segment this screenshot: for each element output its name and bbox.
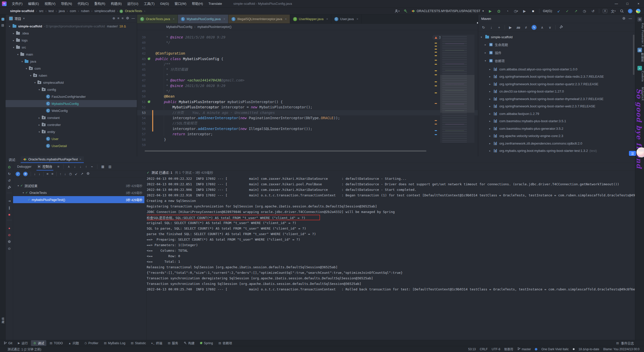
error-stripe[interactable] xyxy=(434,41,438,151)
status-item[interactable]: master xyxy=(517,347,531,351)
import-results-icon[interactable]: ↙ xyxy=(75,172,78,176)
code-editor[interactable]: 39 * @since 2021/5/20 0020 9:2940 */4142… xyxy=(137,30,478,156)
close-icon[interactable]: × xyxy=(79,158,81,161)
git-rollback-icon[interactable]: ↺ xyxy=(590,9,595,14)
rerun-icon[interactable]: ↻ xyxy=(6,171,13,177)
console-line[interactable]: 2022-04-13 00:09:22.322 INFO 17692 --- [… xyxy=(147,176,635,182)
toolwindow-button-调试[interactable]: 调试 xyxy=(31,340,46,346)
maven-skip-tests-icon[interactable]: ≠ xyxy=(524,25,528,29)
code-line[interactable]: 57 return interceptor; xyxy=(137,131,478,137)
console-line[interactable]: <== Columns: TOTAL xyxy=(147,248,635,253)
toolwindow-button-git[interactable]: Git xyxy=(2,341,15,345)
breadcrumb-class[interactable]: MybatisPlusConfig xyxy=(166,25,192,29)
menu-item[interactable]: Translate xyxy=(206,0,225,8)
minimize-button[interactable]: — xyxy=(611,0,622,8)
code-line[interactable]: 42@Configuration xyxy=(137,51,478,56)
show-passed-icon[interactable]: ✓ xyxy=(16,172,20,176)
sort-by-duration-icon[interactable]: ↓ xyxy=(39,172,41,176)
mute-breakpoints-icon[interactable]: ● xyxy=(6,225,13,231)
collapse-all-icon[interactable]: ≡ xyxy=(52,172,54,176)
editor-tab[interactable]: COracleTests.java× xyxy=(137,15,178,23)
tree-arrow-icon[interactable]: ▸ xyxy=(489,68,491,71)
stripe-label-key-promoter[interactable]: Key Promoter X xyxy=(635,23,644,47)
breadcrumb-item[interactable]: java xyxy=(58,9,65,13)
console-line[interactable]: Creating a new SqlSession xyxy=(147,198,635,204)
tree-row[interactable]: CUserDetail xyxy=(6,142,137,149)
scroll-down-icon[interactable]: ↓ xyxy=(74,165,76,168)
menu-item[interactable]: 窗口(W) xyxy=(172,0,189,8)
toolwindow-button-终端[interactable]: ▸_终端 xyxy=(149,340,165,346)
expand-all-icon[interactable]: ≡ xyxy=(117,16,119,21)
stop-button[interactable]: ■ xyxy=(531,9,536,14)
status-item[interactable]: CRLF xyxy=(480,347,488,351)
tree-arrow-icon[interactable]: ▸ xyxy=(485,51,486,54)
tree-arrow-icon[interactable]: ▸ xyxy=(489,142,491,145)
error-stripe-mark[interactable] xyxy=(435,93,437,93)
tree-row[interactable]: ▾ruben xyxy=(6,72,137,79)
layout-menu-icon[interactable]: ≡ xyxy=(57,165,59,168)
error-stripe-mark[interactable] xyxy=(435,81,437,82)
error-stripe-mark[interactable] xyxy=(435,85,437,86)
tree-arrow-icon[interactable]: ▸ xyxy=(485,43,486,46)
code-line[interactable]: 53 //分页 You, A minute ago · Uncommitted … xyxy=(137,110,478,115)
console-line[interactable]: 2022-04-13 00:09:25.740 INFO 17692 --- [… xyxy=(147,287,635,292)
tree-arrow-icon[interactable]: ▸ xyxy=(489,75,491,78)
menu-item[interactable]: 文件(F) xyxy=(9,0,25,8)
tree-arrow-icon[interactable]: ▾ xyxy=(38,88,41,91)
error-stripe-mark[interactable] xyxy=(435,49,437,50)
pin-icon[interactable]: ⊙ xyxy=(6,245,13,251)
menu-item[interactable]: 构建(B) xyxy=(108,0,124,8)
codota-icon[interactable]: » xyxy=(637,66,642,70)
status-message[interactable]: 测试通过: 1 (2 分钟 之前) xyxy=(0,347,41,351)
split-icon[interactable]: ▥ xyxy=(108,165,111,168)
tree-row[interactable]: ▾simplescaffold xyxy=(6,79,137,86)
console-line[interactable]: parse the finished SQL: SELECT COUNT(*) … xyxy=(147,231,635,237)
debug-console[interactable]: ✓测试 已通过: 1共 1 个测试 – 3秒 429毫秒 2022-04-13 … xyxy=(147,169,635,340)
next-occurrence-icon[interactable]: ↓ xyxy=(64,172,66,176)
console-line[interactable]: JDBC Connection [HikariProxyConnection@8… xyxy=(147,209,635,215)
console-line[interactable]: <== Total: 1 xyxy=(147,259,635,265)
breadcrumb-item[interactable]: ruben xyxy=(80,9,90,13)
maven-dependency-row[interactable]: ▸org.springframework.boot:spring-boot-st… xyxy=(478,96,635,102)
status-item[interactable]: One Dark Vivid Italic xyxy=(541,347,569,351)
tree-arrow-icon[interactable]: ▸ xyxy=(489,112,491,115)
tree-arrow-icon[interactable]: ▾ xyxy=(8,25,11,28)
tab-console[interactable]: ▶控制台 xyxy=(36,163,53,170)
tree-arrow-icon[interactable]: ▸ xyxy=(38,116,41,119)
code-line[interactable]: 55 //SQL性能规范 xyxy=(137,121,478,126)
tree-arrow-icon[interactable]: ▸ xyxy=(12,32,15,35)
grid-icon[interactable]: ▦ xyxy=(101,165,104,168)
chevron-down-icon[interactable]: ▼ xyxy=(23,17,25,20)
tab-close-icon[interactable]: × xyxy=(223,17,225,21)
code-line[interactable]: 58 } xyxy=(137,137,478,142)
project-stripe-icon[interactable] xyxy=(0,16,6,22)
tree-arrow-icon[interactable]: ▸ xyxy=(489,149,491,152)
tree-row[interactable]: ▾com xyxy=(6,65,137,72)
editor-tab[interactable]: CIllegalSQLInnerInterceptor.java× xyxy=(228,15,290,23)
tree-row[interactable]: ▾java xyxy=(6,58,137,65)
status-item[interactable] xyxy=(535,348,537,350)
stripe-label-database[interactable]: 数据库 xyxy=(635,53,644,62)
export-results-icon[interactable]: ↗ xyxy=(80,172,83,176)
code-line[interactable]: 43public class MybatisPlusConfig { xyxy=(137,56,478,62)
status-item[interactable]: Blame: You 2022/4/13 00:0 xyxy=(603,347,639,351)
event-log-button[interactable]: ▤事件日志 xyxy=(616,341,644,345)
pause-icon[interactable]: ∥ xyxy=(6,205,13,211)
tree-row[interactable]: ▾src xyxy=(6,44,137,51)
settings-gear-icon[interactable] xyxy=(6,239,13,245)
run-configuration-select[interactable]: ORACLETESTS.MYBATISPLUSPAGETEST▼ xyxy=(412,9,484,13)
debug-session-tab[interactable]: OracleTests.mybatisPlusPageTest × xyxy=(21,156,84,163)
tree-row[interactable]: ▸controller xyxy=(6,121,137,128)
tree-arrow-icon[interactable]: ▾ xyxy=(18,184,19,187)
profiler-button[interactable]: ◷▾ xyxy=(513,9,518,14)
maven-dependency-row[interactable]: ▸org.springframework.boot:spring-boot-st… xyxy=(478,81,635,87)
tree-arrow-icon[interactable]: ▾ xyxy=(25,67,28,70)
console-line[interactable]: <== Row: 0 xyxy=(147,253,635,259)
maven-dependency-row[interactable]: ▸org.mybatis.spring.boot:mybatis-spring-… xyxy=(478,148,635,154)
maven-offline-icon[interactable]: ϟ xyxy=(532,25,537,30)
expand-all-icon[interactable]: ≡ xyxy=(47,172,49,176)
editor-horizontal-scrollbar[interactable] xyxy=(145,150,426,152)
tree-row[interactable]: ▾config xyxy=(6,86,137,93)
tree-arrow-icon[interactable]: ▾ xyxy=(33,81,36,84)
maven-add-icon[interactable]: + xyxy=(497,25,501,29)
